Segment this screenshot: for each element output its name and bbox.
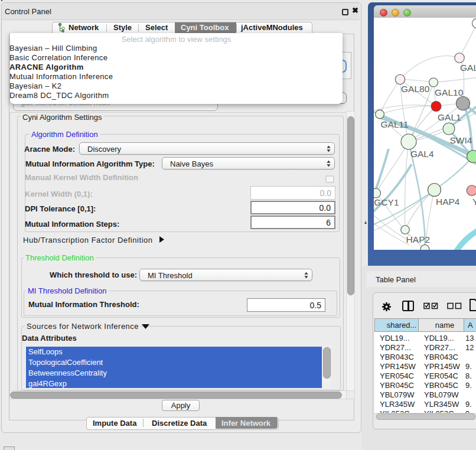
svg-text:GAL: GAL (460, 63, 476, 73)
svg-text:GAL80: GAL80 (401, 84, 430, 94)
svg-text:HAP2: HAP2 (406, 234, 431, 244)
svg-text:GAL4: GAL4 (410, 149, 434, 159)
svg-text:GAL1: GAL1 (438, 112, 461, 122)
svg-text:GCY1: GCY1 (374, 197, 399, 207)
svg-text:Y: Y (472, 197, 476, 207)
svg-text:HAP4: HAP4 (436, 197, 460, 207)
svg-text:GAL11: GAL11 (381, 119, 409, 129)
svg-text:SWI4: SWI4 (450, 135, 472, 145)
svg-text:GAL10: GAL10 (435, 87, 464, 97)
